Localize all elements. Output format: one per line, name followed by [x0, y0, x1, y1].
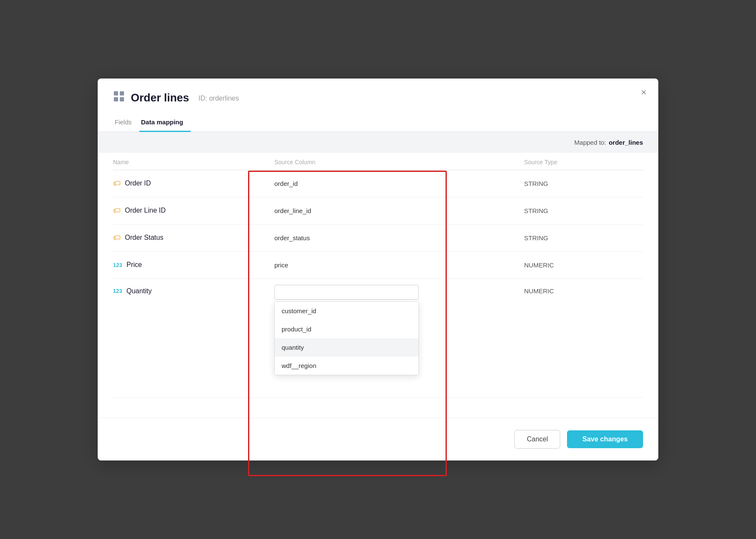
- source-col-quantity: customer_id product_id quantity wdf__reg…: [274, 285, 524, 300]
- close-button[interactable]: ×: [641, 88, 646, 97]
- tag-icon-numeric: 123: [113, 262, 122, 268]
- table-row: 🏷 Order Line ID order_line_id STRING: [113, 197, 643, 225]
- tag-icon-string: 🏷: [113, 179, 121, 188]
- col-type-header: Source Type: [524, 159, 643, 166]
- modal-overlay: Order lines ID: orderlines × Fields Data…: [0, 0, 756, 539]
- field-name-order-status: 🏷 Order Status: [113, 233, 274, 242]
- source-type-order-id: STRING: [524, 180, 643, 187]
- source-type-order-status: STRING: [524, 234, 643, 241]
- table-row: 🏷 Order Status order_status STRING: [113, 225, 643, 252]
- svg-rect-1: [120, 91, 124, 95]
- mapped-value: order_lines: [609, 139, 643, 146]
- svg-rect-3: [120, 97, 124, 101]
- source-type-order-line-id: STRING: [524, 207, 643, 214]
- field-label-quantity: Quantity: [127, 287, 152, 295]
- field-label-price: Price: [127, 261, 142, 269]
- save-changes-button[interactable]: Save changes: [567, 430, 643, 448]
- svg-rect-2: [114, 97, 118, 101]
- dropdown-item-wdf-region[interactable]: wdf__region: [275, 357, 418, 375]
- field-label-order-id: Order ID: [125, 180, 151, 187]
- source-col-order-line-id: order_line_id: [274, 207, 524, 214]
- table-row: 123 Price price NUMERIC: [113, 252, 643, 279]
- dropdown-item-quantity[interactable]: quantity: [275, 338, 418, 357]
- field-name-price: 123 Price: [113, 261, 274, 269]
- tag-icon-numeric: 123: [113, 288, 122, 294]
- mapped-label: Mapped to:: [574, 139, 606, 146]
- col-source-header: Source Column: [274, 159, 524, 166]
- dropdown-item-product-id[interactable]: product_id: [275, 320, 418, 338]
- table-row-quantity: 123 Quantity customer_id product_id quan…: [113, 279, 643, 398]
- source-type-quantity: NUMERIC: [524, 285, 643, 295]
- field-name-order-line-id: 🏷 Order Line ID: [113, 206, 274, 215]
- modal-footer: Cancel Save changes: [98, 418, 658, 460]
- source-col-price: price: [274, 261, 524, 269]
- table-row: 🏷 Order ID order_id STRING: [113, 170, 643, 197]
- tabs-bar: Fields Data mapping: [98, 107, 658, 132]
- col-name-header: Name: [113, 159, 274, 166]
- source-col-order-id: order_id: [274, 180, 524, 187]
- tag-icon-string: 🏷: [113, 233, 121, 242]
- modal-header: Order lines ID: orderlines ×: [98, 79, 658, 105]
- grid-icon: [113, 90, 125, 105]
- modal-title: Order lines: [131, 91, 189, 104]
- tab-fields[interactable]: Fields: [113, 115, 139, 132]
- source-col-order-status: order_status: [274, 234, 524, 241]
- cancel-button[interactable]: Cancel: [514, 430, 560, 449]
- field-name-order-id: 🏷 Order ID: [113, 179, 274, 188]
- svg-rect-0: [114, 91, 118, 95]
- field-name-quantity: 123 Quantity: [113, 285, 274, 295]
- field-label-order-status: Order Status: [125, 234, 164, 241]
- field-label-order-line-id: Order Line ID: [125, 207, 166, 214]
- tag-icon-string: 🏷: [113, 206, 121, 215]
- modal: Order lines ID: orderlines × Fields Data…: [98, 79, 658, 460]
- table-area: Name Source Column Source Type 🏷 Order I…: [98, 153, 658, 418]
- dropdown-menu: customer_id product_id quantity wdf__reg…: [274, 301, 419, 375]
- table-header: Name Source Column Source Type: [113, 153, 643, 170]
- modal-id-label: ID: orderlines: [198, 95, 239, 102]
- dropdown-item-customer-id[interactable]: customer_id: [275, 302, 418, 320]
- tab-data-mapping[interactable]: Data mapping: [139, 115, 191, 132]
- source-column-input-quantity[interactable]: [274, 285, 419, 300]
- mapped-bar: Mapped to: order_lines: [98, 132, 658, 153]
- source-type-price: NUMERIC: [524, 261, 643, 269]
